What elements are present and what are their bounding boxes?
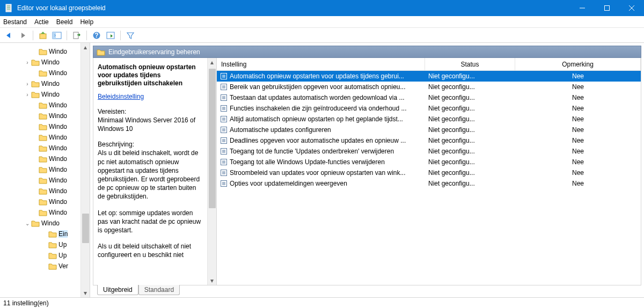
tree-item[interactable]: Ein: [0, 229, 90, 239]
tree-item[interactable]: Windo: [0, 196, 90, 207]
comment-cell: Nee: [515, 126, 641, 134]
folder-icon: [39, 134, 47, 141]
tree-expander-icon[interactable]: ›: [24, 81, 31, 87]
tree-expander-icon[interactable]: ›: [24, 92, 31, 98]
list-row[interactable]: Altijd automatisch opnieuw opstarten op …: [217, 114, 641, 124]
tab-uitgebreid[interactable]: Uitgebreid: [97, 285, 138, 295]
close-button[interactable]: [619, 0, 644, 16]
category-title: Eindgebruikerservaring beheren: [108, 48, 200, 56]
export-button[interactable]: [71, 30, 83, 41]
tree-item[interactable]: Up: [0, 239, 90, 250]
tree-item[interactable]: Windo: [0, 132, 90, 143]
status-cell: Niet geconfigu...: [425, 137, 515, 144]
forward-button[interactable]: [17, 30, 29, 41]
tree-item[interactable]: Up: [0, 250, 90, 261]
list-row[interactable]: Toestaan dat updates automatisch worden …: [217, 92, 641, 103]
tree-expander-icon[interactable]: ⌄: [24, 221, 31, 226]
menu-help[interactable]: Help: [80, 18, 93, 26]
policy-icon: [220, 137, 228, 144]
tree-item[interactable]: ›Windo: [0, 57, 90, 68]
tree-item[interactable]: Ver: [0, 261, 90, 272]
list-row[interactable]: Opties voor updatemeldingen weergevenNie…: [217, 178, 641, 189]
comment-cell: Nee: [515, 83, 641, 91]
back-button[interactable]: [3, 30, 15, 41]
column-header-setting[interactable]: Instelling: [217, 58, 425, 70]
status-cell: Niet geconfigu...: [425, 126, 515, 134]
scroll-thumb[interactable]: [209, 69, 216, 208]
tree-item[interactable]: Windo: [0, 121, 90, 132]
scroll-down-icon[interactable]: ▾: [81, 289, 90, 297]
folder-icon: [39, 123, 47, 130]
comment-cell: Nee: [515, 137, 641, 144]
folder-icon: [39, 112, 47, 120]
window-title: Editor voor lokaal groepsbeleid: [17, 4, 570, 12]
tree-item[interactable]: Windo: [0, 143, 90, 153]
menu-actie[interactable]: Actie: [34, 18, 49, 26]
scroll-up-icon[interactable]: ▴: [81, 43, 90, 52]
detail-scrollbar[interactable]: ▴ ▾: [207, 58, 216, 285]
tree-item[interactable]: Windo: [0, 153, 90, 164]
folder-icon: [31, 58, 40, 66]
policy-settings-link[interactable]: Beleidsinstelling: [98, 93, 144, 100]
detail-pane: Automatisch opnieuw opstarten voor updat…: [93, 58, 217, 285]
comment-cell: Nee: [515, 115, 641, 123]
list-row[interactable]: Bereik van gebruikstijden opgeven voor a…: [217, 82, 641, 92]
scroll-thumb[interactable]: [82, 214, 89, 243]
status-cell: Niet geconfigu...: [425, 180, 515, 187]
list-row[interactable]: Stroombeleid van updates voor opnieuw op…: [217, 167, 641, 178]
up-button[interactable]: [37, 30, 49, 41]
column-header-status[interactable]: Status: [425, 58, 515, 70]
description-p2: Let op: sommige updates worden pas van k…: [98, 209, 201, 235]
setting-cell: Automatische updates configureren: [230, 126, 331, 134]
toolbar: ?: [0, 28, 644, 43]
scroll-up-icon[interactable]: ▴: [208, 58, 216, 67]
tree-item[interactable]: Windo: [0, 111, 90, 121]
tree-expander-icon[interactable]: ›: [24, 60, 31, 65]
list-row[interactable]: Toegang tot alle Windows Update-functies…: [217, 157, 641, 167]
policy-name: Automatisch opnieuw opstarten voor updat…: [98, 63, 201, 87]
policy-icon: [220, 169, 228, 177]
setting-cell: Stroombeleid van updates voor opnieuw op…: [230, 169, 406, 177]
menubar: Bestand Actie Beeld Help: [0, 16, 644, 28]
svg-rect-8: [40, 34, 46, 39]
list-row[interactable]: Automatische updates configurerenNiet ge…: [217, 124, 641, 135]
tree-item-label: Windo: [49, 209, 67, 216]
list-row[interactable]: Toegang tot de functie 'Updates onderbre…: [217, 146, 641, 157]
tree-item[interactable]: Windo: [0, 68, 90, 78]
setting-cell: Toegang tot de functie 'Updates onderbre…: [230, 148, 394, 155]
tab-standaard[interactable]: Standaard: [138, 285, 180, 295]
tree-pane: Windo›WindoWindo›Windo›WindoWindoWindoWi…: [0, 43, 90, 297]
list-row[interactable]: Deadlines opgeven voor automatische upda…: [217, 135, 641, 146]
show-hide-tree-button[interactable]: [51, 30, 63, 41]
tree-item[interactable]: ›Windo: [0, 78, 90, 89]
help-button[interactable]: ?: [91, 30, 103, 41]
folder-icon: [48, 230, 57, 238]
maximize-button[interactable]: [595, 0, 619, 16]
tree-item[interactable]: ›Windo: [0, 89, 90, 100]
status-cell: Niet geconfigu...: [425, 94, 515, 101]
minimize-button[interactable]: [570, 0, 595, 16]
tree-item[interactable]: ⌄Windo: [0, 218, 90, 229]
properties-button[interactable]: [105, 30, 116, 41]
tree-item[interactable]: Windo: [0, 186, 90, 196]
policy-icon: [220, 72, 228, 80]
column-header-comment[interactable]: Opmerking: [515, 58, 641, 70]
policy-icon: [220, 94, 228, 101]
titlebar: Editor voor lokaal groepsbeleid: [0, 0, 644, 16]
tree-item[interactable]: Windo: [0, 164, 90, 175]
policy-icon: [220, 83, 228, 91]
folder-icon: [31, 219, 40, 227]
tree-item-label: Up: [58, 241, 67, 248]
menu-bestand[interactable]: Bestand: [3, 18, 27, 26]
list-row[interactable]: Functies inschakelen die zijn geïntroduc…: [217, 103, 641, 114]
list-row[interactable]: Automatisch opnieuw opstarten voor updat…: [217, 71, 641, 82]
tree-item[interactable]: Windo: [0, 100, 90, 111]
scroll-down-icon[interactable]: ▾: [208, 276, 216, 285]
tree-item[interactable]: Windo: [0, 175, 90, 186]
tree-item[interactable]: Windo: [0, 207, 90, 218]
menu-beeld[interactable]: Beeld: [56, 18, 73, 26]
filter-button[interactable]: [125, 30, 136, 41]
policy-icon: [220, 180, 228, 187]
tree-item[interactable]: Windo: [0, 46, 90, 57]
tree-scrollbar[interactable]: ▴ ▾: [80, 43, 90, 297]
